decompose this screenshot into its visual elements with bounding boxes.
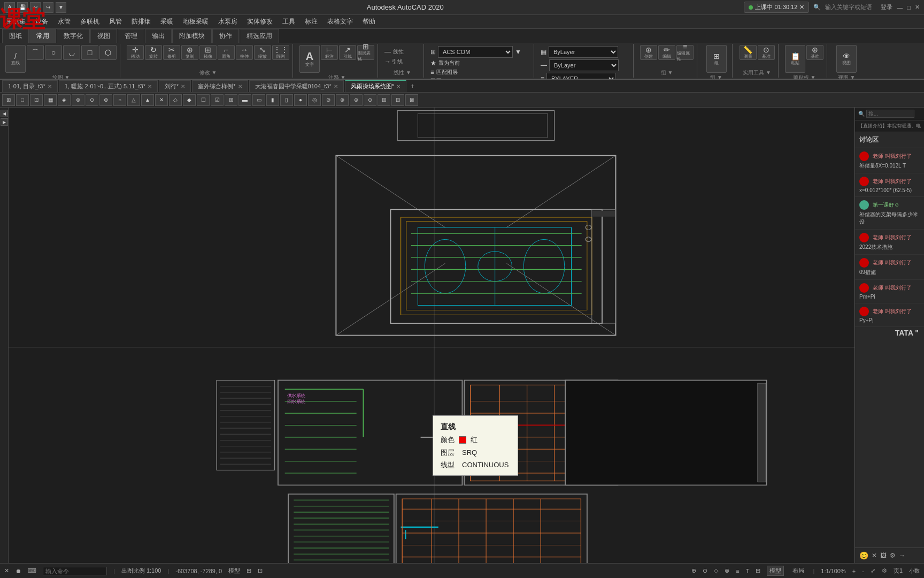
array-btn[interactable]: ⋮⋮阵列 bbox=[272, 45, 289, 60]
line-btn[interactable]: /直线 bbox=[5, 45, 26, 73]
polyline-btn[interactable]: ⌒ bbox=[27, 45, 44, 60]
tool-18[interactable]: ▬ bbox=[238, 94, 251, 106]
tool-8[interactable]: ⊕ bbox=[99, 94, 112, 106]
login-btn[interactable]: 登录 bbox=[881, 3, 892, 11]
ribbon-tab-jingxuan[interactable]: 精选应用 bbox=[240, 29, 279, 43]
close-btn[interactable]: ✕ bbox=[915, 4, 920, 11]
arc-btn[interactable]: ◡ bbox=[63, 45, 80, 60]
menu-dibancan[interactable]: 地板采暖 bbox=[179, 16, 213, 27]
tool-24[interactable]: ⊘ bbox=[322, 94, 335, 106]
menu-gongju[interactable]: 工具 bbox=[278, 16, 299, 27]
lineweight-selector[interactable]: BYLAYER bbox=[546, 73, 616, 79]
ribbon-tab-fujia[interactable]: 附加模块 bbox=[172, 29, 212, 43]
tool-15[interactable]: ☐ bbox=[197, 94, 210, 106]
scale-label[interactable]: 出图比例 1:100 bbox=[121, 567, 161, 575]
ortho-icon[interactable]: ⊕ bbox=[691, 567, 696, 574]
tool-1[interactable]: ⊞ bbox=[2, 94, 15, 106]
tool-4[interactable]: ▦ bbox=[44, 94, 57, 106]
tool-19[interactable]: ▭ bbox=[252, 94, 265, 106]
undo-btn[interactable]: ↩ bbox=[30, 2, 41, 13]
disc-smiley-icon[interactable]: 😊 bbox=[859, 551, 868, 560]
polygon-btn[interactable]: ⬡ bbox=[99, 45, 117, 60]
tool-23[interactable]: ◎ bbox=[308, 94, 321, 106]
tool-9[interactable]: ○ bbox=[113, 94, 126, 106]
polar-icon[interactable]: ⊙ bbox=[703, 567, 707, 574]
ribbon-tab-shitu[interactable]: 视图 bbox=[90, 29, 117, 43]
menu-shebei[interactable]: 设备 bbox=[31, 16, 52, 27]
tab-dagang[interactable]: 大港福春园中学采暖0104_t3* ✕ bbox=[249, 80, 344, 92]
ribbon-tab-tuzhi[interactable]: 图纸 bbox=[2, 29, 29, 43]
tool-14[interactable]: ◆ bbox=[183, 94, 196, 106]
tool-13[interactable]: ◇ bbox=[169, 94, 182, 106]
save-btn[interactable]: 💾 bbox=[17, 2, 28, 13]
tpose-icon[interactable]: T bbox=[746, 568, 750, 574]
app-icon[interactable]: A bbox=[4, 2, 15, 13]
menu-cainuan[interactable]: 采暖 bbox=[156, 16, 178, 27]
rotate-btn[interactable]: ↻旋转 bbox=[145, 45, 162, 60]
copyclip-btn[interactable]: ⊕基准 bbox=[806, 45, 823, 60]
menu-tuzhiji[interactable]: 图纸集 bbox=[2, 16, 30, 27]
copy-btn[interactable]: ⊕复制 bbox=[181, 45, 198, 60]
menu-shuiguan[interactable]: 水管 bbox=[53, 16, 75, 27]
menu-bangzhu[interactable]: 帮助 bbox=[358, 16, 380, 27]
editprop-btn[interactable]: ≡编辑属性 bbox=[676, 45, 694, 60]
lineweight-icon[interactable]: ≡ bbox=[736, 568, 739, 574]
tab-fengyu[interactable]: 风雨操场系统图* ✕ bbox=[345, 80, 406, 92]
model-label[interactable]: 模型 bbox=[228, 567, 240, 575]
ribbon-tab-guanli[interactable]: 管理 bbox=[118, 29, 144, 43]
menu-btn[interactable]: ▼ bbox=[56, 2, 66, 13]
menu-fengguan[interactable]: 风管 bbox=[105, 16, 126, 27]
stretch-btn[interactable]: ↔拉伸 bbox=[236, 45, 253, 60]
redo-btn[interactable]: ↪ bbox=[43, 2, 53, 13]
menu-biaogewenzi[interactable]: 表格文字 bbox=[323, 16, 357, 27]
menu-shuibengfang[interactable]: 水泵房 bbox=[214, 16, 242, 27]
model-space-btn[interactable]: 模型 bbox=[767, 566, 784, 576]
layout-btn[interactable]: 布局 bbox=[790, 566, 806, 575]
create-btn[interactable]: ⊕创建 bbox=[640, 45, 657, 60]
tool-21[interactable]: ▯ bbox=[280, 94, 293, 106]
quickprop-icon[interactable]: ⊞ bbox=[756, 567, 760, 574]
dim-btn[interactable]: ⊢标注 bbox=[321, 45, 338, 60]
menu-fangpaigyan[interactable]: 防排烟 bbox=[127, 16, 155, 27]
menu-shitixiugai[interactable]: 实体修改 bbox=[243, 16, 277, 27]
search-text[interactable]: 输入关键字或短语 bbox=[825, 3, 872, 11]
tool-2[interactable]: □ bbox=[16, 94, 29, 106]
osnap-icon[interactable]: ◇ bbox=[714, 567, 718, 574]
tool-30[interactable]: ⊠ bbox=[405, 94, 418, 106]
disc-close-icon[interactable]: ✕ bbox=[872, 552, 877, 559]
max-btn[interactable]: □ bbox=[907, 4, 911, 11]
layer-selector[interactable]: ACS COM bbox=[438, 46, 513, 58]
tool-20[interactable]: ▮ bbox=[266, 94, 279, 106]
menu-biaozu[interactable]: 标注 bbox=[301, 16, 322, 27]
view-btn[interactable]: 👁视图 bbox=[836, 45, 857, 73]
base-btn[interactable]: ⊙基准 bbox=[758, 45, 775, 60]
snap-icon[interactable]: ⊡ bbox=[258, 567, 263, 574]
timer-close[interactable]: ✕ bbox=[799, 4, 804, 11]
rect-btn[interactable]: □ bbox=[81, 45, 98, 60]
mirror-btn[interactable]: ⊞镜像 bbox=[199, 45, 217, 60]
measure-btn[interactable]: 📏测量 bbox=[740, 45, 757, 60]
min-btn[interactable]: — bbox=[897, 4, 903, 11]
tool-29[interactable]: ⊟ bbox=[391, 94, 404, 106]
tool-17[interactable]: ⊞ bbox=[225, 94, 237, 106]
menu-duolianji[interactable]: 多联机 bbox=[76, 16, 104, 27]
settings-icon[interactable]: ⚙ bbox=[882, 567, 887, 574]
linetype-selector2[interactable]: ByLayer bbox=[549, 59, 619, 71]
tab-add-btn[interactable]: + bbox=[407, 81, 418, 92]
tab-liuxing-close[interactable]: ✕ bbox=[181, 83, 185, 89]
right-search-input[interactable] bbox=[866, 110, 914, 118]
matchlayer-label[interactable]: 匹配图层 bbox=[436, 69, 458, 76]
setcurrent-label[interactable]: 置为当前 bbox=[438, 59, 460, 67]
paste-btn[interactable]: 📋粘贴 bbox=[785, 45, 805, 73]
tab-02-close[interactable]: ✕ bbox=[148, 83, 152, 89]
tab-waigong[interactable]: 室外综合样例* ✕ bbox=[192, 80, 248, 92]
tab-01[interactable]: 1-01, 目录_t3* ✕ bbox=[2, 80, 58, 92]
left-btn-1[interactable]: ◀ bbox=[1, 110, 8, 117]
move-btn[interactable]: ✛移动 bbox=[127, 45, 144, 60]
tool-26[interactable]: ⊜ bbox=[350, 94, 363, 106]
circle-btn[interactable]: ○ bbox=[45, 45, 62, 60]
left-btn-2[interactable]: ▶ bbox=[1, 118, 8, 126]
leader-btn[interactable]: ↗引线 bbox=[339, 45, 356, 60]
color-selector[interactable]: ByLayer bbox=[549, 46, 618, 58]
ribbon-tab-changyong[interactable]: 常用 bbox=[29, 29, 56, 43]
